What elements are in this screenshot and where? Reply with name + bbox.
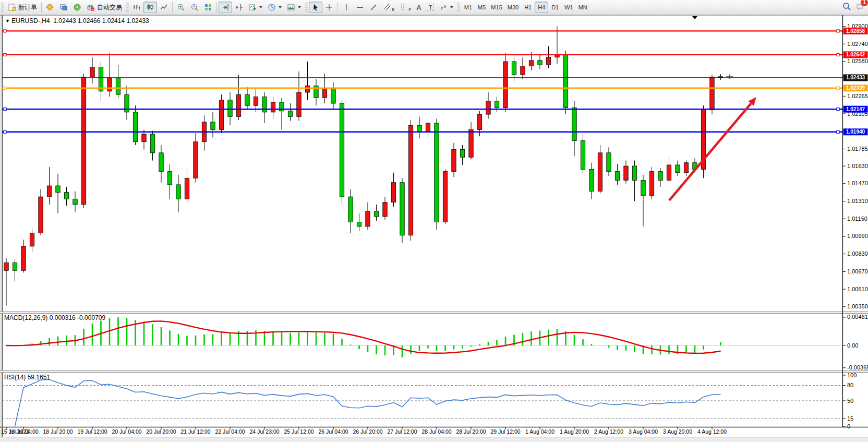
- tile-windows-button[interactable]: [201, 2, 215, 13]
- svg-text:1.02339: 1.02339: [846, 85, 865, 91]
- svg-text:1.02433: 1.02433: [846, 75, 865, 80]
- vertical-line-button[interactable]: [340, 2, 353, 13]
- svg-text:26 Jul 04:00: 26 Jul 04:00: [318, 428, 348, 435]
- svg-text:1.02147: 1.02147: [846, 106, 865, 112]
- notifications-icon[interactable]: 1: [855, 2, 865, 13]
- svg-text:3 Aug 20:00: 3 Aug 20:00: [663, 428, 692, 435]
- arrows-button[interactable]: [437, 2, 456, 13]
- cursor-button[interactable]: [309, 2, 322, 13]
- svg-text:1 Aug 20:00: 1 Aug 20:00: [560, 428, 589, 435]
- timeframe-M30[interactable]: M30: [505, 2, 521, 13]
- chart-shift-button[interactable]: [232, 2, 246, 13]
- svg-text:19 Jul 12:00: 19 Jul 12:00: [77, 428, 107, 435]
- svg-text:1.00990: 1.00990: [847, 233, 868, 239]
- timeframe-H1[interactable]: H1: [521, 2, 535, 13]
- svg-text:80: 80: [847, 382, 853, 388]
- rsi-indicator-label: RSI(14) 59.1651: [4, 374, 50, 381]
- crosshair-button[interactable]: [322, 2, 336, 13]
- new-order-icon: [8, 3, 16, 11]
- macd-values: 0.000316 -0.000709: [50, 314, 105, 321]
- svg-text:4 Aug 12:00: 4 Aug 12:00: [697, 428, 727, 435]
- svg-text:28 Jul 20:00: 28 Jul 20:00: [456, 428, 486, 435]
- svg-text:20 Jul 04:00: 20 Jul 04:00: [112, 428, 141, 435]
- svg-text:27 Jul 12:00: 27 Jul 12:00: [387, 428, 417, 435]
- timeframe-M1[interactable]: M1: [461, 2, 475, 13]
- svg-text:0.00: 0.00: [847, 342, 858, 349]
- svg-text:2 Aug 12:00: 2 Aug 12:00: [594, 428, 623, 435]
- text-label-button[interactable]: T: [424, 2, 437, 13]
- chart-plot-area[interactable]: [2, 16, 842, 427]
- mt4-window: 新订单 自动交易: [0, 0, 868, 442]
- autotrading-label: 自动交易: [97, 3, 122, 12]
- chevron-down-icon[interactable]: ▼: [5, 18, 10, 23]
- zoom-in-button[interactable]: [174, 2, 188, 13]
- svg-text:0: 0: [847, 423, 850, 429]
- svg-text:18 Jul 20:00: 18 Jul 20:00: [43, 428, 73, 435]
- trendline-button[interactable]: [367, 2, 380, 13]
- zoom-out-button[interactable]: [188, 2, 201, 13]
- candlestick-chart-button[interactable]: [143, 2, 157, 13]
- timeframe-MN[interactable]: MN: [576, 2, 590, 13]
- autotrading-button[interactable]: 自动交易: [84, 2, 125, 13]
- equidistant-channel-button[interactable]: E: [380, 2, 397, 13]
- chart-canvas[interactable]: 1.029001.027401.025801.022651.021051.017…: [0, 0, 868, 442]
- svg-text:1.01310: 1.01310: [847, 198, 868, 204]
- svg-text:18 Jul 04:00: 18 Jul 04:00: [8, 428, 38, 435]
- toolbar-handle[interactable]: [305, 2, 308, 13]
- fibo-glyph: F: [408, 7, 411, 12]
- dropdown-caret-icon: [298, 6, 301, 8]
- autotrading-icon: [87, 3, 95, 11]
- timeframe-M5[interactable]: M5: [475, 2, 488, 13]
- svg-text:1.00510: 1.00510: [847, 286, 868, 292]
- svg-text:1.01470: 1.01470: [847, 180, 868, 186]
- toolbar: 新订单 自动交易: [0, 0, 868, 15]
- period-button[interactable]: [265, 2, 284, 13]
- channel-glyph: E: [392, 7, 394, 12]
- dropdown-caret-icon: [450, 6, 453, 8]
- line-chart-button[interactable]: [157, 2, 171, 13]
- rsi-value: 59.1651: [28, 374, 50, 381]
- svg-text:20 Jul 20:00: 20 Jul 20:00: [146, 428, 176, 435]
- new-order-button[interactable]: 新订单: [5, 2, 40, 13]
- fibonacci-button[interactable]: F: [397, 2, 414, 13]
- add-indicator-button[interactable]: [246, 2, 265, 13]
- toolbar-handle[interactable]: [1, 2, 4, 13]
- dropdown-caret-icon: [259, 6, 262, 8]
- label-tool-glyph: T: [427, 4, 435, 11]
- svg-text:1.02580: 1.02580: [847, 58, 868, 64]
- timeframe-M15[interactable]: M15: [488, 2, 504, 13]
- timeframe-D1[interactable]: D1: [548, 2, 562, 13]
- svg-text:21 Jul 12:00: 21 Jul 12:00: [180, 428, 210, 435]
- market-watch-button[interactable]: [43, 2, 57, 13]
- svg-text:25 Jul 12:00: 25 Jul 12:00: [284, 428, 314, 435]
- svg-text:0.00461: 0.00461: [847, 314, 868, 320]
- navigator-button[interactable]: [70, 2, 84, 13]
- timeframe-W1[interactable]: W1: [562, 2, 576, 13]
- svg-text:-0.003652: -0.003652: [847, 364, 868, 371]
- new-order-label: 新订单: [18, 3, 37, 12]
- svg-text:1.02265: 1.02265: [847, 93, 868, 99]
- timeframe-H4[interactable]: H4: [535, 2, 548, 13]
- svg-text:100: 100: [847, 372, 857, 378]
- svg-text:15: 15: [847, 415, 853, 422]
- toolbar-handle[interactable]: [126, 2, 129, 13]
- svg-text:1.01785: 1.01785: [847, 146, 868, 152]
- svg-text:1.01150: 1.01150: [847, 216, 867, 222]
- toolbar-handle[interactable]: [457, 2, 460, 13]
- svg-text:1.02858: 1.02858: [846, 28, 865, 34]
- svg-text:22 Jul 04:00: 22 Jul 04:00: [215, 428, 245, 435]
- symbol-info-line: ▼ EURUSD-,H4 1.02443 1.02466 1.02414 1.0…: [5, 17, 149, 25]
- text-button[interactable]: A: [414, 2, 424, 13]
- macd-indicator-label: MACD(12,26,9) 0.000316 -0.000709: [4, 314, 105, 321]
- macd-name: MACD(12,26,9): [4, 314, 47, 321]
- data-window-button[interactable]: [57, 2, 70, 13]
- search-icon[interactable]: [842, 2, 851, 13]
- auto-scroll-button[interactable]: [219, 2, 232, 13]
- timeframe-group: M1M5M15M30H1H4D1W1MN: [461, 2, 589, 13]
- horizontal-line-button[interactable]: [353, 2, 367, 13]
- bar-chart-button[interactable]: [130, 2, 143, 13]
- template-button[interactable]: [284, 2, 304, 13]
- svg-text:1.01940: 1.01940: [846, 129, 865, 135]
- svg-text:26 Jul 20:00: 26 Jul 20:00: [353, 428, 382, 435]
- symbol-name: EURUSD-,H4: [11, 17, 50, 25]
